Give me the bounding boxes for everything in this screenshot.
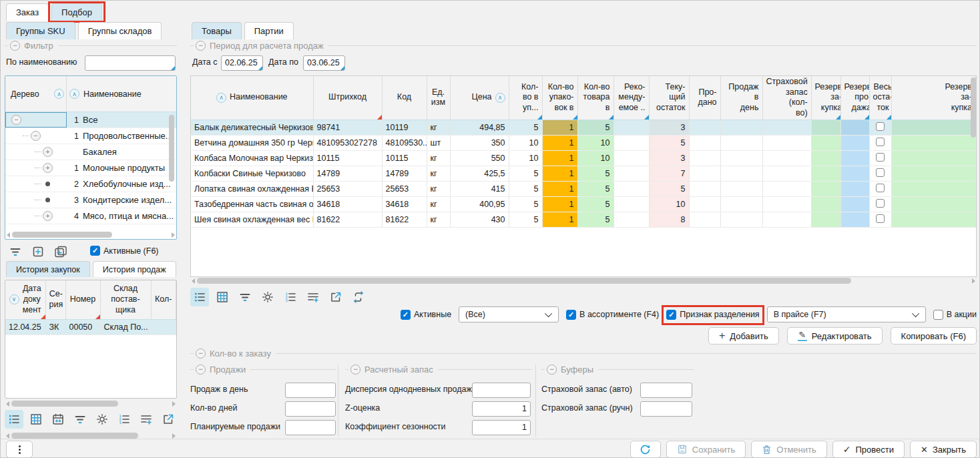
field-input[interactable]	[472, 383, 531, 398]
table-cell[interactable]	[614, 135, 649, 150]
table-cell[interactable]	[689, 150, 720, 166]
table-row[interactable]: Ветчина домашняя 350 гр Черкиз...4810953…	[191, 135, 976, 150]
expand-node-icon[interactable]: +	[43, 147, 53, 157]
table-row[interactable]: Колбаски Свиные Черкизово1478914789кг425…	[191, 166, 976, 181]
column-header[interactable]: Кол- во в уп...	[509, 76, 542, 120]
table-cell[interactable]: 12.04.25	[5, 319, 45, 334]
tab-podbor[interactable]: Подбор	[51, 3, 102, 21]
collapse-node-icon[interactable]: −	[31, 131, 41, 141]
field-input[interactable]	[640, 383, 692, 398]
tree-row[interactable]: −1Продовольственные...	[5, 128, 176, 144]
table-cell[interactable]: 7	[649, 166, 689, 181]
table-row[interactable]: Лопатка свиная охлажденная Бел...2565325…	[191, 181, 976, 196]
table-cell[interactable]: 425,5	[450, 166, 509, 181]
table-cell[interactable]	[689, 181, 720, 196]
row-checkbox[interactable]	[876, 122, 885, 131]
table-cell[interactable]: 00050	[65, 319, 100, 334]
table-cell[interactable]: 1	[542, 212, 577, 227]
division-filter[interactable]: Признак разделения	[666, 310, 759, 320]
tab-purchase-history[interactable]: История закупок	[6, 261, 90, 277]
collapse-icon[interactable]: −	[196, 41, 206, 51]
table-cell[interactable]: 98741	[313, 120, 382, 135]
refresh-button[interactable]	[630, 441, 661, 458]
promo-filter[interactable]: В акции	[933, 310, 977, 320]
tree-vertical-scrollbar[interactable]	[168, 115, 175, 224]
table-cell[interactable]	[840, 120, 869, 135]
table-cell[interactable]: 1	[542, 181, 577, 196]
table-cell[interactable]: 10119	[382, 120, 427, 135]
scrollbar-thumb[interactable]	[169, 115, 174, 182]
table-cell[interactable]: 3	[649, 150, 689, 166]
column-header[interactable]: Штрихкод	[313, 76, 382, 120]
active-f6-checkbox[interactable]	[90, 246, 100, 256]
tree-row[interactable]: 3Кондитерские издел...	[5, 192, 176, 208]
sort-up-icon[interactable]: ∧	[216, 93, 226, 103]
products-numbered-list-button[interactable]: 123	[281, 288, 300, 306]
table-cell[interactable]	[720, 212, 762, 227]
table-cell[interactable]	[811, 212, 840, 227]
tab-batches[interactable]: Партии	[244, 22, 294, 39]
table-cell[interactable]	[891, 135, 976, 150]
table-cell[interactable]	[614, 181, 649, 196]
table-cell[interactable]: 4810953027278	[313, 135, 382, 150]
history-settings-button[interactable]	[93, 410, 111, 429]
tree-column-dereva[interactable]: Дерево∧	[5, 76, 67, 111]
row-checkbox[interactable]	[876, 153, 885, 162]
copy-button[interactable]: Копировать (F6)	[891, 327, 977, 345]
column-header[interactable]: Резерв про- дажа	[840, 76, 869, 120]
expand-node-icon[interactable]: +	[43, 211, 53, 221]
column-header[interactable]: Код	[382, 76, 427, 120]
add-button[interactable]: +Добавить	[708, 327, 779, 345]
tree-row[interactable]: 2Хлебобулочные изд...	[5, 176, 176, 192]
field-input[interactable]	[640, 401, 692, 417]
products-vertical-scrollbar[interactable]	[970, 76, 977, 276]
table-cell[interactable]: 5	[577, 166, 614, 181]
table-cell[interactable]: 1	[542, 150, 577, 166]
table-cell[interactable]: 48109530...	[382, 135, 427, 150]
table-cell[interactable]: 81622	[382, 212, 427, 227]
column-header[interactable]: Цена∧	[450, 76, 509, 120]
table-cell[interactable]	[720, 120, 762, 135]
column-header[interactable]: Резерв за- купка	[891, 76, 976, 120]
table-cell[interactable]	[720, 150, 762, 166]
tree-filter-button[interactable]	[6, 242, 25, 261]
tree-glyph-cell[interactable]: −	[5, 112, 67, 128]
table-cell[interactable]	[151, 319, 176, 334]
sort-down-icon[interactable]: ∨	[9, 294, 19, 304]
table-cell[interactable]	[840, 150, 869, 166]
table-cell[interactable]	[614, 212, 649, 227]
date-to-input[interactable]: 03.06.25	[303, 55, 345, 71]
table-cell[interactable]	[869, 135, 891, 150]
table-cell[interactable]	[891, 120, 976, 135]
column-header[interactable]: Се- рия	[45, 280, 65, 319]
row-checkbox[interactable]	[876, 214, 885, 223]
table-cell[interactable]: 10	[577, 150, 614, 166]
table-cell[interactable]: 5	[577, 181, 614, 196]
tree-glyph-cell[interactable]: +	[5, 144, 67, 160]
tree-row[interactable]: +4Мясо, птица и мясна...	[5, 208, 176, 224]
field-input[interactable]	[285, 401, 336, 417]
table-cell[interactable]: 10115	[382, 150, 427, 166]
all-select[interactable]: (Все)	[459, 306, 559, 322]
table-cell[interactable]: 34618	[382, 196, 427, 212]
tab-sales-history[interactable]: История продаж	[93, 261, 176, 277]
table-row[interactable]: Шея свиная охлажденная вес Бо...81622816…	[191, 212, 976, 227]
table-cell[interactable]	[811, 196, 840, 212]
table-cell[interactable]: 400,95	[450, 196, 509, 212]
table-cell[interactable]	[811, 120, 840, 135]
history-numbered-list-button[interactable]: 123	[115, 410, 134, 429]
table-cell[interactable]: 14789	[313, 166, 382, 181]
edit-button[interactable]: ✎Редактировать	[787, 327, 883, 345]
tree-row[interactable]: +Бакалея	[5, 144, 176, 160]
table-cell[interactable]	[840, 212, 869, 227]
table-cell[interactable]	[614, 196, 649, 212]
table-cell[interactable]	[762, 166, 811, 181]
table-cell[interactable]	[869, 166, 891, 181]
table-cell[interactable]: Тазобедренная часть свиная охл...	[191, 196, 313, 212]
column-header[interactable]: Продаж в день	[720, 76, 762, 120]
column-header[interactable]: Весь оста- ток	[869, 76, 891, 120]
table-cell[interactable]: 5	[649, 135, 689, 150]
field-input[interactable]	[285, 420, 336, 435]
products-settings-button[interactable]	[258, 288, 277, 306]
table-cell[interactable]: 5	[577, 212, 614, 227]
